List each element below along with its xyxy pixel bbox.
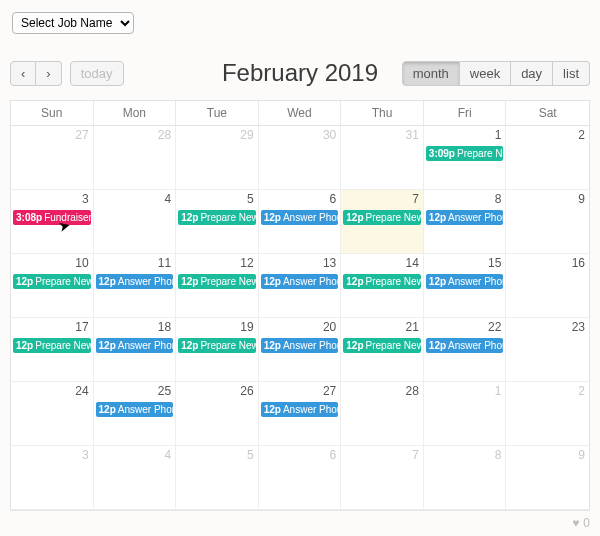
day-cell[interactable]: 23: [506, 318, 589, 382]
calendar-event[interactable]: 12pAnswer Phone: [426, 338, 504, 353]
event-time: 12p: [264, 276, 281, 287]
day-cell[interactable]: 1512pAnswer Phone: [424, 254, 507, 318]
event-title: Answer Phone: [118, 404, 173, 415]
calendar-event[interactable]: 12pPrepare Newsl: [178, 338, 256, 353]
day-cell[interactable]: 6: [259, 446, 342, 510]
day-cell[interactable]: 1312pAnswer Phone: [259, 254, 342, 318]
calendar-event[interactable]: 12pAnswer Phone: [426, 210, 504, 225]
day-cell[interactable]: 9: [506, 446, 589, 510]
calendar-event[interactable]: 12pPrepare Newsl: [343, 274, 421, 289]
day-number: 15: [488, 256, 501, 270]
day-cell[interactable]: 16: [506, 254, 589, 318]
prev-button[interactable]: ‹: [10, 61, 36, 86]
day-cell[interactable]: 9: [506, 190, 589, 254]
dow-header: Mon: [94, 101, 177, 126]
calendar-event[interactable]: 12pAnswer Phone: [96, 274, 174, 289]
event-title: Answer Phone: [283, 404, 338, 415]
calendar-event[interactable]: 12pPrepare Newsl: [178, 274, 256, 289]
day-cell[interactable]: 4: [94, 446, 177, 510]
day-cell[interactable]: 2712pAnswer Phone: [259, 382, 342, 446]
calendar-event[interactable]: 12pPrepare Newsl: [343, 210, 421, 225]
calendar-event[interactable]: 12pPrepare Newsl: [343, 338, 421, 353]
event-title: Answer Phone: [118, 276, 173, 287]
event-time: 12p: [429, 276, 446, 287]
day-number: 8: [495, 448, 502, 462]
day-cell[interactable]: 31: [341, 126, 424, 190]
day-cell[interactable]: 1412pPrepare Newsl: [341, 254, 424, 318]
calendar-event[interactable]: 12pAnswer Phone: [96, 338, 174, 353]
day-cell[interactable]: 4: [94, 190, 177, 254]
day-cell[interactable]: 1212pPrepare Newsl: [176, 254, 259, 318]
day-cell[interactable]: 2212pAnswer Phone: [424, 318, 507, 382]
view-month-button[interactable]: month: [402, 61, 460, 86]
calendar-event[interactable]: 12pAnswer Phone: [96, 402, 174, 417]
day-cell[interactable]: 1712pPrepare Newsl: [11, 318, 94, 382]
day-number: 31: [405, 128, 418, 142]
footer: ♥ 0: [572, 516, 590, 530]
today-button[interactable]: today: [70, 61, 124, 86]
event-title: Answer Phone: [283, 340, 338, 351]
calendar-event[interactable]: 12pPrepare Newsl: [13, 338, 91, 353]
next-button[interactable]: ›: [36, 61, 61, 86]
calendar-event[interactable]: 3:08pFundraiser P: [13, 210, 91, 225]
day-cell[interactable]: 2: [506, 382, 589, 446]
event-time: 3:09p: [429, 148, 455, 159]
calendar-event[interactable]: 3:09pPrepare New: [426, 146, 504, 161]
day-cell[interactable]: 3: [11, 446, 94, 510]
day-cell[interactable]: 2512pAnswer Phone: [94, 382, 177, 446]
calendar-event[interactable]: 12pPrepare Newsl: [13, 274, 91, 289]
day-cell[interactable]: 29: [176, 126, 259, 190]
event-title: Answer Phone: [283, 212, 338, 223]
event-time: 12p: [181, 212, 198, 223]
day-cell[interactable]: 27: [11, 126, 94, 190]
heart-icon[interactable]: ♥: [572, 516, 579, 530]
day-number: 28: [405, 384, 418, 398]
day-cell[interactable]: 5: [176, 446, 259, 510]
day-number: 27: [323, 384, 336, 398]
event-time: 12p: [181, 340, 198, 351]
day-number: 29: [240, 128, 253, 142]
event-time: 12p: [264, 212, 281, 223]
day-cell[interactable]: 2: [506, 126, 589, 190]
day-cell[interactable]: 1112pAnswer Phone: [94, 254, 177, 318]
day-cell[interactable]: 2012pAnswer Phone: [259, 318, 342, 382]
day-number: 1: [495, 384, 502, 398]
dow-header: Sun: [11, 101, 94, 126]
day-cell[interactable]: 28: [341, 382, 424, 446]
day-cell[interactable]: 13:09pPrepare New: [424, 126, 507, 190]
day-cell[interactable]: 8: [424, 446, 507, 510]
day-cell[interactable]: 30: [259, 126, 342, 190]
day-cell[interactable]: 812pAnswer Phone: [424, 190, 507, 254]
day-cell[interactable]: 33:08pFundraiser P: [11, 190, 94, 254]
day-cell[interactable]: 612pAnswer Phone: [259, 190, 342, 254]
event-time: 12p: [346, 276, 363, 287]
job-name-select[interactable]: Select Job Name: [12, 12, 134, 34]
day-number: 18: [158, 320, 171, 334]
day-cell[interactable]: 2112pPrepare Newsl: [341, 318, 424, 382]
day-number: 14: [405, 256, 418, 270]
calendar-event[interactable]: 12pAnswer Phone: [261, 274, 339, 289]
event-time: 12p: [16, 340, 33, 351]
event-time: 12p: [346, 212, 363, 223]
day-cell[interactable]: 24: [11, 382, 94, 446]
day-cell[interactable]: 1: [424, 382, 507, 446]
event-time: 3:08p: [16, 212, 42, 223]
day-cell[interactable]: 1012pPrepare Newsl: [11, 254, 94, 318]
day-cell[interactable]: 512pPrepare Newsl: [176, 190, 259, 254]
day-cell[interactable]: 712pPrepare Newsl: [341, 190, 424, 254]
calendar-event[interactable]: 12pAnswer Phone: [261, 402, 339, 417]
calendar-event[interactable]: 12pAnswer Phone: [261, 210, 339, 225]
day-cell[interactable]: 7: [341, 446, 424, 510]
day-cell[interactable]: 26: [176, 382, 259, 446]
day-cell[interactable]: 28: [94, 126, 177, 190]
day-cell[interactable]: 1812pAnswer Phone: [94, 318, 177, 382]
view-list-button[interactable]: list: [553, 61, 590, 86]
calendar-event[interactable]: 12pPrepare Newsl: [178, 210, 256, 225]
view-week-button[interactable]: week: [460, 61, 511, 86]
day-cell[interactable]: 1912pPrepare Newsl: [176, 318, 259, 382]
view-day-button[interactable]: day: [511, 61, 553, 86]
event-title: Prepare Newsl: [200, 212, 255, 223]
calendar-event[interactable]: 12pAnswer Phone: [426, 274, 504, 289]
like-count: 0: [583, 516, 590, 530]
calendar-event[interactable]: 12pAnswer Phone: [261, 338, 339, 353]
